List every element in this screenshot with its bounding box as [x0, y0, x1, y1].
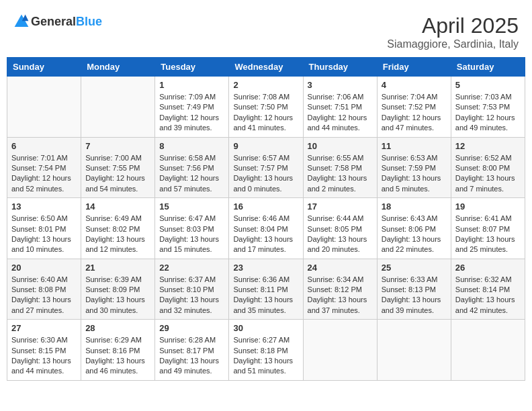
cell-content: Sunrise: 6:50 AMSunset: 8:01 PMDaylight:… [11, 214, 77, 255]
cell-content: Sunrise: 6:47 AMSunset: 8:03 PMDaylight:… [159, 214, 224, 255]
day-number: 22 [159, 263, 224, 273]
calendar-cell: 2Sunrise: 7:08 AMSunset: 7:50 PMDaylight… [229, 77, 303, 138]
calendar-week-row: 1Sunrise: 7:09 AMSunset: 7:49 PMDaylight… [7, 77, 525, 138]
cell-content: Sunrise: 6:40 AMSunset: 8:08 PMDaylight:… [11, 275, 77, 316]
day-number: 14 [85, 201, 150, 212]
calendar-cell: 22Sunrise: 6:37 AMSunset: 8:10 PMDayligh… [155, 259, 229, 320]
cell-content: Sunrise: 6:30 AMSunset: 8:15 PMDaylight:… [11, 335, 77, 377]
day-number: 12 [455, 141, 521, 151]
cell-content: Sunrise: 6:53 AMSunset: 7:59 PMDaylight:… [382, 153, 447, 195]
cell-content: Sunrise: 7:09 AMSunset: 7:49 PMDaylight:… [159, 92, 224, 134]
day-number: 13 [11, 201, 77, 212]
day-number: 20 [11, 263, 77, 273]
calendar-cell: 26Sunrise: 6:32 AMSunset: 8:14 PMDayligh… [451, 259, 525, 320]
day-number: 11 [382, 141, 447, 151]
calendar-cell [377, 320, 451, 381]
logo-icon [13, 13, 30, 30]
day-number: 24 [308, 263, 373, 273]
cell-content: Sunrise: 6:57 AMSunset: 7:57 PMDaylight:… [233, 153, 298, 195]
cell-content: Sunrise: 7:08 AMSunset: 7:50 PMDaylight:… [233, 92, 298, 134]
calendar-cell: 18Sunrise: 6:43 AMSunset: 8:06 PMDayligh… [377, 198, 451, 259]
cell-content: Sunrise: 6:46 AMSunset: 8:04 PMDaylight:… [233, 214, 298, 255]
calendar-cell: 14Sunrise: 6:49 AMSunset: 8:02 PMDayligh… [81, 198, 155, 259]
day-number: 30 [233, 323, 298, 333]
cell-content: Sunrise: 7:03 AMSunset: 7:53 PMDaylight:… [455, 92, 521, 134]
day-number: 28 [85, 323, 150, 333]
cell-content: Sunrise: 6:58 AMSunset: 7:56 PMDaylight:… [159, 153, 224, 195]
calendar-week-row: 6Sunrise: 7:01 AMSunset: 7:54 PMDaylight… [7, 137, 525, 198]
cell-content: Sunrise: 6:28 AMSunset: 8:17 PMDaylight:… [159, 335, 224, 377]
calendar-cell: 15Sunrise: 6:47 AMSunset: 8:03 PMDayligh… [155, 198, 229, 259]
weekday-header-friday: Friday [377, 58, 451, 77]
day-number: 17 [308, 201, 373, 212]
cell-content: Sunrise: 6:32 AMSunset: 8:14 PMDaylight:… [455, 275, 521, 316]
day-number: 8 [159, 141, 224, 151]
cell-content: Sunrise: 6:36 AMSunset: 8:11 PMDaylight:… [233, 275, 298, 316]
calendar-week-row: 13Sunrise: 6:50 AMSunset: 8:01 PMDayligh… [7, 198, 525, 259]
day-number: 27 [11, 323, 77, 333]
calendar-cell: 23Sunrise: 6:36 AMSunset: 8:11 PMDayligh… [229, 259, 303, 320]
calendar-cell: 19Sunrise: 6:41 AMSunset: 8:07 PMDayligh… [451, 198, 525, 259]
day-number: 29 [159, 323, 224, 333]
calendar-cell: 27Sunrise: 6:30 AMSunset: 8:15 PMDayligh… [7, 320, 81, 381]
cell-content: Sunrise: 6:33 AMSunset: 8:13 PMDaylight:… [382, 275, 447, 316]
weekday-header-row: SundayMondayTuesdayWednesdayThursdayFrid… [7, 58, 525, 77]
cell-content: Sunrise: 7:06 AMSunset: 7:51 PMDaylight:… [308, 92, 373, 134]
month-year-title: April 2025 [387, 13, 519, 38]
calendar-cell: 25Sunrise: 6:33 AMSunset: 8:13 PMDayligh… [377, 259, 451, 320]
calendar-cell: 21Sunrise: 6:39 AMSunset: 8:09 PMDayligh… [81, 259, 155, 320]
day-number: 16 [233, 201, 298, 212]
day-number: 10 [308, 141, 373, 151]
cell-content: Sunrise: 6:29 AMSunset: 8:16 PMDaylight:… [85, 335, 150, 377]
day-number: 7 [85, 141, 150, 151]
calendar-cell: 24Sunrise: 6:34 AMSunset: 8:12 PMDayligh… [303, 259, 377, 320]
day-number: 2 [233, 80, 298, 90]
day-number: 3 [308, 80, 373, 90]
day-number: 1 [159, 80, 224, 90]
day-number: 21 [85, 263, 150, 273]
calendar-cell: 10Sunrise: 6:55 AMSunset: 7:58 PMDayligh… [303, 137, 377, 198]
day-number: 18 [382, 201, 447, 212]
logo-blue-text: Blue [76, 15, 102, 28]
calendar-cell: 28Sunrise: 6:29 AMSunset: 8:16 PMDayligh… [81, 320, 155, 381]
calendar-week-row: 20Sunrise: 6:40 AMSunset: 8:08 PMDayligh… [7, 259, 525, 320]
cell-content: Sunrise: 6:55 AMSunset: 7:58 PMDaylight:… [308, 153, 373, 195]
day-number: 6 [11, 141, 77, 151]
day-number: 15 [159, 201, 224, 212]
logo-general-text: General [31, 15, 76, 28]
calendar-cell: 29Sunrise: 6:28 AMSunset: 8:17 PMDayligh… [155, 320, 229, 381]
calendar-cell: 8Sunrise: 6:58 AMSunset: 7:56 PMDaylight… [155, 137, 229, 198]
day-number: 25 [382, 263, 447, 273]
day-number: 5 [455, 80, 521, 90]
cell-content: Sunrise: 6:44 AMSunset: 8:05 PMDaylight:… [308, 214, 373, 255]
weekday-header-wednesday: Wednesday [229, 58, 303, 77]
calendar-cell: 9Sunrise: 6:57 AMSunset: 7:57 PMDaylight… [229, 137, 303, 198]
day-number: 4 [382, 80, 447, 90]
calendar-cell: 5Sunrise: 7:03 AMSunset: 7:53 PMDaylight… [451, 77, 525, 138]
calendar-cell: 17Sunrise: 6:44 AMSunset: 8:05 PMDayligh… [303, 198, 377, 259]
day-number: 9 [233, 141, 298, 151]
weekday-header-thursday: Thursday [303, 58, 377, 77]
weekday-header-monday: Monday [81, 58, 155, 77]
cell-content: Sunrise: 6:52 AMSunset: 8:00 PMDaylight:… [455, 153, 521, 195]
day-number: 23 [233, 263, 298, 273]
title-block: April 2025 Siamaggiore, Sardinia, Italy [387, 13, 519, 50]
calendar-cell: 4Sunrise: 7:04 AMSunset: 7:52 PMDaylight… [377, 77, 451, 138]
calendar-cell: 1Sunrise: 7:09 AMSunset: 7:49 PMDaylight… [155, 77, 229, 138]
weekday-header-saturday: Saturday [451, 58, 525, 77]
cell-content: Sunrise: 7:04 AMSunset: 7:52 PMDaylight:… [382, 92, 447, 134]
cell-content: Sunrise: 6:34 AMSunset: 8:12 PMDaylight:… [308, 275, 373, 316]
logo: GeneralBlue [13, 13, 102, 30]
cell-content: Sunrise: 7:01 AMSunset: 7:54 PMDaylight:… [11, 153, 77, 195]
calendar-cell: 13Sunrise: 6:50 AMSunset: 8:01 PMDayligh… [7, 198, 81, 259]
calendar-cell [303, 320, 377, 381]
calendar-cell: 3Sunrise: 7:06 AMSunset: 7:51 PMDaylight… [303, 77, 377, 138]
cell-content: Sunrise: 6:43 AMSunset: 8:06 PMDaylight:… [382, 214, 447, 255]
weekday-header-tuesday: Tuesday [155, 58, 229, 77]
calendar-table: SundayMondayTuesdayWednesdayThursdayFrid… [7, 57, 525, 381]
calendar-cell: 12Sunrise: 6:52 AMSunset: 8:00 PMDayligh… [451, 137, 525, 198]
location-subtitle: Siamaggiore, Sardinia, Italy [387, 38, 519, 50]
calendar-cell [81, 77, 155, 138]
day-number: 19 [455, 201, 521, 212]
cell-content: Sunrise: 6:37 AMSunset: 8:10 PMDaylight:… [159, 275, 224, 316]
